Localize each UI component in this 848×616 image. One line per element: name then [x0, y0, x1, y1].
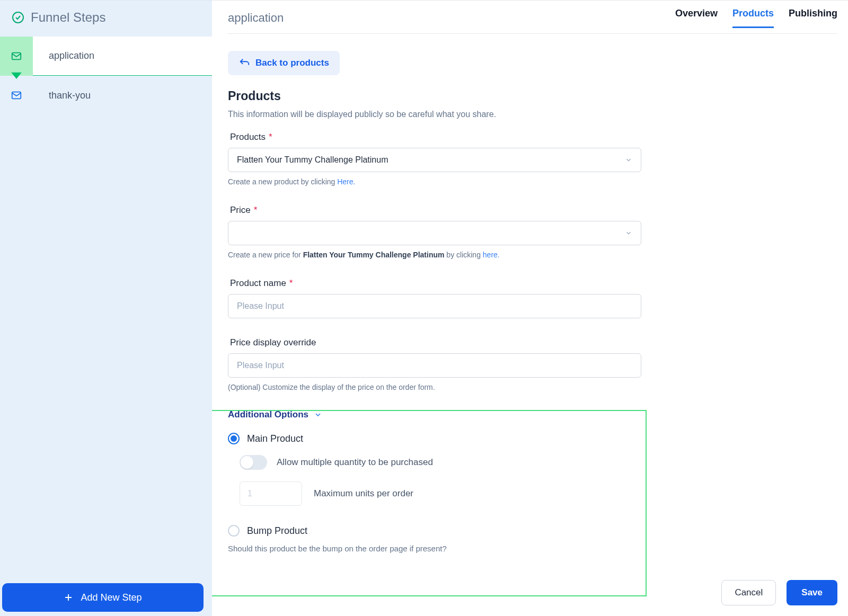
check-circle-icon [12, 11, 24, 24]
main-product-sub-options: Allow multiple quantity to be purchased … [240, 455, 641, 506]
chevron-down-icon [625, 229, 632, 237]
price-display-helper: (Optional) Customize the display of the … [228, 383, 641, 391]
back-arrow-icon [238, 57, 250, 69]
price-field-group: Price* Create a new price for Flatten Yo… [228, 205, 641, 259]
mail-icon [11, 90, 22, 101]
price-display-label: Price display override [230, 337, 316, 348]
price-display-field-group: Price display override (Optional) Custom… [228, 337, 641, 391]
bump-product-label: Bump Product [247, 525, 307, 537]
products-field-group: Products* Flatten Your Tummy Challenge P… [228, 132, 641, 186]
radio-main-product[interactable] [228, 433, 240, 444]
create-product-link[interactable]: Here. [337, 177, 355, 186]
product-name-field-group: Product name* [228, 278, 641, 318]
sidebar-step-thankyou[interactable]: thank-you [0, 76, 212, 115]
price-label: Price* [230, 205, 257, 216]
price-display-input[interactable] [228, 353, 641, 378]
mail-icon [11, 50, 22, 62]
max-units-label: Maximum units per order [314, 488, 413, 499]
back-to-products-button[interactable]: Back to products [228, 51, 340, 75]
sidebar-header: Funnel Steps [0, 1, 212, 37]
products-select[interactable]: Flatten Your Tummy Challenge Platinum [228, 148, 641, 172]
tab-overview[interactable]: Overview [675, 8, 718, 28]
svg-point-0 [13, 12, 23, 23]
tabs: Overview Products Publishing [675, 8, 837, 28]
add-step-label: Add New Step [81, 592, 142, 603]
section-title: Products [228, 89, 641, 103]
allow-multiple-row: Allow multiple quantity to be purchased [240, 455, 641, 470]
sidebar-title: Funnel Steps [31, 10, 105, 25]
sidebar: Funnel Steps application thank-you Add N… [0, 0, 212, 616]
max-units-row: Maximum units per order [240, 481, 641, 506]
bump-product-option[interactable]: Bump Product [228, 525, 641, 537]
sidebar-step-application[interactable]: application [0, 37, 212, 76]
main-header: application Overview Products Publishing [228, 1, 837, 34]
steps-list: application thank-you [0, 37, 212, 579]
add-new-step-button[interactable]: Add New Step [2, 583, 204, 612]
chevron-down-icon [625, 156, 632, 164]
form-content: Back to products Products This informati… [228, 34, 641, 553]
back-label: Back to products [255, 58, 329, 68]
price-helper: Create a new price for Flatten Your Tumm… [228, 251, 641, 259]
tab-publishing[interactable]: Publishing [789, 8, 837, 28]
allow-multiple-label: Allow multiple quantity to be purchased [277, 457, 433, 468]
save-button[interactable]: Save [787, 580, 837, 605]
create-price-link[interactable]: here. [483, 251, 500, 259]
main-content: application Overview Products Publishing… [212, 0, 848, 616]
products-label: Products* [230, 132, 272, 142]
plus-icon [64, 593, 73, 602]
product-name-input[interactable] [228, 294, 641, 318]
products-helper: Create a new product by clicking Here. [228, 177, 641, 186]
bump-helper: Should this product be the bump on the o… [228, 544, 641, 553]
radio-bump-product[interactable] [228, 525, 240, 537]
products-value: Flatten Your Tummy Challenge Platinum [237, 155, 388, 165]
max-units-input[interactable] [240, 481, 302, 506]
additional-options-toggle[interactable]: Additional Options [228, 409, 641, 420]
footer-buttons: Cancel Save [721, 580, 837, 605]
main-product-label: Main Product [247, 433, 303, 444]
cancel-button[interactable]: Cancel [721, 580, 776, 605]
chevron-down-icon [314, 410, 322, 419]
step-icon-col [0, 37, 33, 76]
tab-products[interactable]: Products [732, 8, 774, 28]
additional-options-section: Additional Options Main Product Allow mu… [228, 409, 641, 553]
product-name-label: Product name* [230, 278, 293, 289]
main-product-option[interactable]: Main Product [228, 433, 641, 444]
price-select[interactable] [228, 221, 641, 245]
step-label: application [33, 37, 212, 76]
page-title: application [228, 11, 284, 25]
section-desc: This information will be displayed publi… [228, 110, 641, 119]
step-label: thank-you [33, 76, 212, 115]
allow-multiple-toggle[interactable] [240, 455, 267, 470]
step-icon-col [0, 76, 33, 115]
